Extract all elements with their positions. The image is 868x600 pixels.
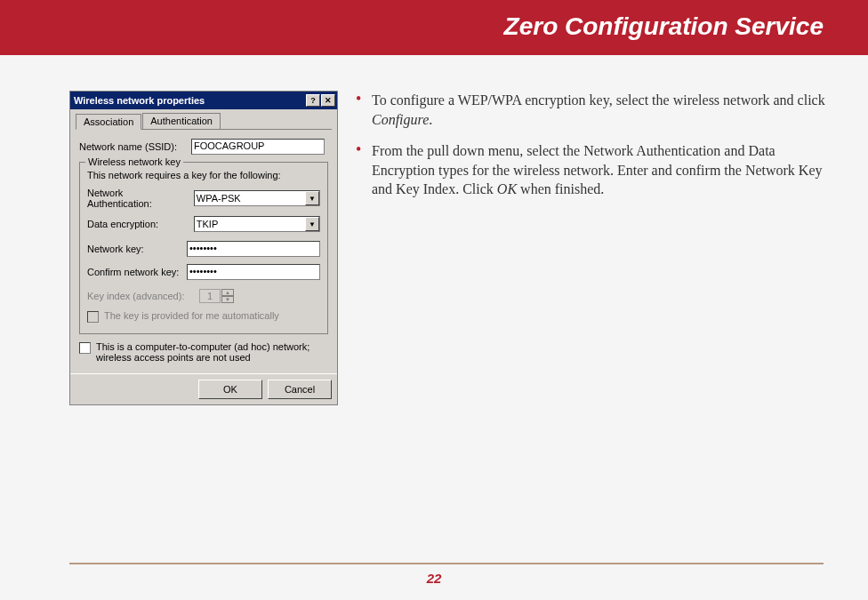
network-key-value: ••••••••	[189, 243, 217, 253]
ssid-row: Network name (SSID): FOOCAGROUP	[79, 139, 328, 155]
auto-key-row: The key is provided for me automatically	[87, 310, 320, 323]
bullet-1-text-a: To configure a WEP/WPA encryption key, s…	[372, 92, 825, 108]
bullet-2-text-c: when finished.	[517, 181, 604, 196]
tab-label: Authentication	[150, 116, 213, 126]
auth-combo[interactable]: WPA-PSK ▼	[194, 190, 320, 206]
network-key-input[interactable]: ••••••••	[187, 241, 320, 257]
bullet-1: To configure a WEP/WPA encryption key, s…	[356, 91, 832, 129]
confirm-key-input[interactable]: ••••••••	[187, 264, 320, 280]
page-number: 22	[0, 571, 868, 586]
ok-button[interactable]: OK	[198, 380, 262, 399]
titlebar: Wireless network properties ? ✕	[70, 92, 337, 109]
help-button[interactable]: ?	[306, 94, 320, 107]
ssid-value: FOOCAGROUP	[194, 140, 264, 151]
bullet-1-text-c: .	[429, 112, 432, 127]
close-button[interactable]: ✕	[321, 94, 335, 107]
auto-key-label: The key is provided for me automatically	[104, 310, 279, 321]
bullet-1-em: Configure	[372, 112, 429, 127]
tab-label: Association	[84, 116, 133, 127]
wireless-key-legend: Wireless network key	[85, 156, 183, 167]
adhoc-label: This is a computer-to-computer (ad hoc) …	[96, 341, 328, 363]
encryption-label: Data encryption:	[87, 219, 189, 229]
header-title: Zero Configuration Service	[504, 12, 824, 41]
content-row: Wireless network properties ? ✕ Associat…	[0, 55, 868, 405]
confirm-key-row: Confirm network key: ••••••••	[87, 264, 320, 280]
ssid-label: Network name (SSID):	[79, 141, 186, 152]
tabs: Association Authentication	[76, 113, 332, 130]
tab-authentication[interactable]: Authentication	[142, 113, 221, 129]
ok-label: OK	[223, 384, 237, 395]
help-icon: ?	[310, 96, 316, 105]
auth-value: WPA-PSK	[197, 193, 241, 204]
confirm-key-label: Confirm network key:	[87, 267, 181, 277]
key-index-value: 1	[199, 289, 221, 303]
bullet-2: From the pull down menu, select the Netw…	[356, 141, 832, 199]
ssid-input[interactable]: FOOCAGROUP	[191, 139, 325, 155]
spinner-up-icon: ▲	[221, 289, 234, 296]
auto-key-checkbox	[87, 311, 99, 323]
key-index-row: Key index (advanced): 1 ▲ ▼	[87, 289, 320, 303]
dialog-buttons: OK Cancel	[70, 373, 337, 404]
auth-label: Network Authentication:	[87, 188, 189, 209]
bullet-2-em: OK	[497, 181, 517, 196]
confirm-key-value: ••••••••	[189, 266, 217, 276]
wireless-properties-dialog: Wireless network properties ? ✕ Associat…	[69, 91, 338, 405]
header-bar: Zero Configuration Service	[0, 0, 868, 55]
encryption-row: Data encryption: TKIP ▼	[87, 216, 320, 232]
adhoc-checkbox[interactable]	[79, 342, 91, 354]
close-icon: ✕	[325, 96, 332, 105]
wireless-key-fieldset: Wireless network key This network requir…	[79, 162, 328, 334]
chevron-down-icon: ▼	[305, 217, 319, 231]
spinner-down-icon: ▼	[221, 296, 234, 303]
tab-association[interactable]: Association	[76, 114, 141, 130]
chevron-down-icon: ▼	[305, 191, 319, 205]
encryption-combo[interactable]: TKIP ▼	[194, 216, 320, 232]
adhoc-row: This is a computer-to-computer (ad hoc) …	[79, 341, 328, 363]
cancel-label: Cancel	[285, 384, 315, 395]
doc-text: To configure a WEP/WPA encryption key, s…	[356, 91, 832, 405]
key-index-spinner: 1 ▲ ▼	[199, 289, 234, 303]
key-index-label: Key index (advanced):	[87, 291, 194, 301]
dialog-body: Network name (SSID): FOOCAGROUP Wireless…	[70, 130, 337, 373]
encryption-value: TKIP	[197, 219, 218, 229]
dialog-title: Wireless network properties	[74, 95, 205, 106]
network-key-label: Network key:	[87, 244, 181, 254]
titlebar-buttons: ? ✕	[306, 94, 335, 107]
cancel-button[interactable]: Cancel	[268, 380, 332, 399]
wnk-note: This network requires a key for the foll…	[87, 170, 320, 180]
footer-divider	[69, 563, 824, 564]
auth-row: Network Authentication: WPA-PSK ▼	[87, 188, 320, 209]
network-key-row: Network key: ••••••••	[87, 241, 320, 257]
